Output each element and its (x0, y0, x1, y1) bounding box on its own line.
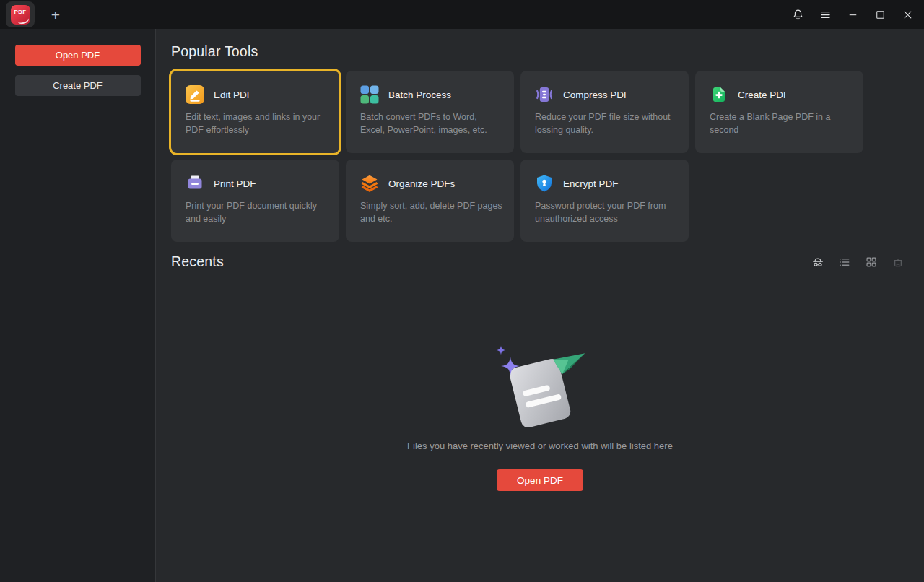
app-logo-icon: PDF (11, 5, 30, 25)
sidebar-create-pdf-button[interactable]: Create PDF (15, 75, 141, 96)
create-plus-icon (710, 85, 728, 104)
tool-title: Print PDF (214, 178, 256, 189)
recents-empty-state: Files you have recently viewed or worked… (171, 342, 909, 491)
tool-title: Encrypt PDF (563, 178, 619, 189)
tool-card-compress-pdf[interactable]: Compress PDF Reduce your PDF file size w… (520, 71, 689, 153)
app-tab[interactable]: PDF (6, 1, 35, 27)
tool-card-encrypt-pdf[interactable]: Encrypt PDF Password protect your PDF fr… (520, 160, 689, 242)
title-bar: PDF + (0, 0, 924, 29)
recents-title: Recents (171, 253, 224, 270)
popular-tools-title: Popular Tools (171, 43, 924, 60)
notification-bell-icon[interactable] (784, 0, 811, 29)
sidebar-open-pdf-button[interactable]: Open PDF (15, 45, 141, 66)
tool-desc: Batch convert PDFs to Word, Excel, Power… (360, 111, 502, 137)
tool-title: Create PDF (738, 90, 789, 100)
tool-card-create-pdf[interactable]: Create PDF Create a Blank Page PDF in a … (695, 71, 863, 153)
tool-card-print-pdf[interactable]: Print PDF Print your PDF document quickl… (171, 160, 339, 242)
tool-title: Compress PDF (563, 90, 629, 100)
incognito-icon[interactable] (811, 256, 824, 269)
tool-title: Edit PDF (214, 90, 253, 100)
sidebar: Open PDF Create PDF (0, 29, 156, 582)
tool-desc: Simply sort, add, delete PDF pages and e… (360, 200, 502, 226)
tool-card-edit-pdf[interactable]: Edit PDF Edit text, images and links in … (171, 71, 339, 153)
empty-document-illustration (479, 342, 601, 430)
compress-icon (535, 85, 554, 104)
tool-desc: Edit text, images and links in your PDF … (186, 111, 328, 137)
tool-card-batch-process[interactable]: Batch Process Batch convert PDFs to Word… (346, 71, 514, 153)
new-tab-button[interactable]: + (45, 4, 66, 25)
tool-desc: Print your PDF document quickly and easi… (186, 200, 328, 226)
tool-card-organize-pdfs[interactable]: Organize PDFs Simply sort, add, delete P… (346, 160, 514, 242)
main-content: Popular Tools Edit PDF (156, 29, 924, 582)
maximize-icon[interactable] (866, 0, 894, 29)
shield-lock-icon (535, 174, 554, 193)
tool-title: Batch Process (388, 90, 451, 100)
app-logo-text: PDF (14, 9, 27, 15)
close-icon[interactable] (894, 0, 921, 29)
tool-desc: Password protect your PDF from unauthori… (535, 200, 677, 226)
layers-icon (360, 174, 379, 193)
recents-view-toolbar (811, 256, 905, 269)
hamburger-menu-icon[interactable] (811, 0, 839, 29)
empty-state-open-pdf-button[interactable]: Open PDF (497, 469, 583, 491)
grid-view-icon[interactable] (865, 256, 878, 269)
batch-grid-icon (360, 85, 379, 104)
tool-desc: Create a Blank Page PDF in a second (710, 111, 852, 137)
list-view-icon[interactable] (838, 256, 851, 269)
empty-state-message: Files you have recently viewed or worked… (171, 440, 909, 451)
tool-desc: Reduce your PDF file size without lossin… (535, 111, 677, 137)
tools-grid: Edit PDF Edit text, images and links in … (171, 71, 924, 242)
minimize-icon[interactable] (839, 0, 866, 29)
clear-recents-icon[interactable] (892, 256, 905, 269)
edit-pen-icon (186, 85, 204, 104)
printer-icon (186, 174, 204, 193)
tool-title: Organize PDFs (388, 178, 455, 189)
